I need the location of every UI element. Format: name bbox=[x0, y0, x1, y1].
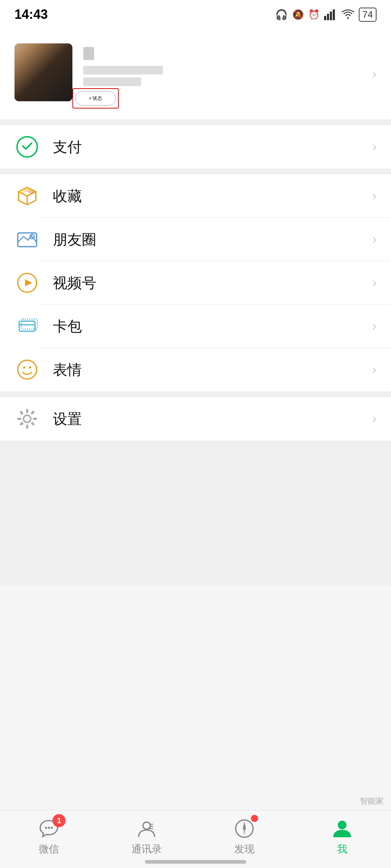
menu-section-group: 收藏 › 朋友圈 › 视频号 › bbox=[0, 174, 391, 391]
menu-section-main: 支付 › bbox=[0, 125, 391, 169]
settings-icon bbox=[14, 406, 40, 431]
profile-info bbox=[83, 43, 377, 86]
status-bar: 14:43 🎧 🔕 ⏰ 74 bbox=[0, 0, 391, 29]
emotions-icon bbox=[14, 357, 40, 382]
nav-item-discover[interactable]: 发现 bbox=[196, 818, 293, 856]
svg-rect-2 bbox=[330, 12, 332, 20]
moments-icon bbox=[14, 227, 40, 252]
menu-item-payment[interactable]: 支付 › bbox=[0, 125, 391, 169]
cards-icon bbox=[14, 314, 40, 339]
menu-label-payment: 支付 bbox=[53, 137, 372, 157]
nav-item-me[interactable]: 我 bbox=[293, 818, 391, 856]
profile-id-bar bbox=[83, 66, 163, 75]
menu-item-channels[interactable]: 视频号 › bbox=[0, 261, 391, 305]
svg-point-34 bbox=[143, 822, 150, 829]
svg-point-32 bbox=[48, 827, 50, 829]
svg-rect-25 bbox=[17, 418, 21, 420]
menu-item-emotions[interactable]: 表情 › bbox=[0, 348, 391, 391]
svg-rect-30 bbox=[31, 422, 35, 426]
svg-rect-0 bbox=[324, 16, 326, 20]
svg-point-31 bbox=[45, 827, 47, 829]
discover-nav-icon bbox=[234, 818, 255, 839]
svg-marker-13 bbox=[25, 279, 32, 286]
me-nav-icon bbox=[331, 818, 353, 839]
menu-item-moments[interactable]: 朋友圈 › bbox=[0, 218, 391, 261]
status-time: 14:43 bbox=[14, 7, 48, 22]
divider-before-settings bbox=[0, 391, 391, 397]
profile-chevron-icon: › bbox=[372, 67, 377, 82]
payment-icon bbox=[14, 134, 40, 159]
svg-rect-27 bbox=[20, 410, 24, 414]
moments-chevron-icon: › bbox=[372, 232, 377, 247]
discover-dot bbox=[251, 815, 258, 822]
cards-chevron-icon: › bbox=[372, 319, 377, 334]
svg-rect-29 bbox=[20, 422, 24, 426]
svg-point-42 bbox=[338, 821, 346, 829]
wechat-badge: 1 bbox=[52, 814, 66, 827]
channels-icon bbox=[14, 270, 40, 295]
svg-marker-40 bbox=[243, 821, 246, 828]
nav-item-contacts[interactable]: 通讯录 bbox=[98, 818, 196, 856]
profile-phone-bar bbox=[83, 77, 141, 86]
avatar bbox=[14, 43, 72, 101]
nav-label-me: 我 bbox=[337, 842, 347, 856]
menu-item-settings[interactable]: 设置 › bbox=[0, 397, 391, 441]
status-icons: 🎧 🔕 ⏰ 74 bbox=[275, 8, 377, 22]
wifi-icon bbox=[341, 9, 354, 20]
channels-chevron-icon: › bbox=[372, 275, 377, 290]
wechat-nav-icon: 1 bbox=[38, 818, 60, 839]
svg-rect-26 bbox=[33, 418, 37, 420]
status-button-highlight: + 状态 bbox=[72, 88, 119, 109]
signal-icon bbox=[324, 9, 337, 20]
svg-rect-3 bbox=[333, 9, 335, 20]
nav-label-discover: 发现 bbox=[234, 842, 255, 856]
mute-icon: 🔕 bbox=[292, 9, 304, 20]
settings-section: 设置 › bbox=[0, 397, 391, 441]
svg-point-19 bbox=[29, 366, 31, 369]
payment-chevron-icon: › bbox=[372, 139, 377, 154]
divider-after-profile bbox=[0, 119, 391, 125]
profile-section[interactable]: › + 状态 bbox=[0, 29, 391, 119]
gray-area bbox=[0, 441, 391, 585]
menu-label-emotions: 表情 bbox=[53, 360, 372, 380]
profile-wechat-id bbox=[83, 66, 377, 75]
nav-item-wechat[interactable]: 1 微信 bbox=[0, 818, 98, 856]
emotions-chevron-icon: › bbox=[372, 362, 377, 377]
settings-chevron-icon: › bbox=[372, 411, 377, 426]
menu-label-settings: 设置 bbox=[53, 409, 372, 429]
svg-marker-41 bbox=[243, 829, 246, 836]
headphone-icon: 🎧 bbox=[275, 9, 288, 21]
svg-rect-23 bbox=[26, 409, 28, 413]
nav-label-wechat: 微信 bbox=[39, 842, 59, 856]
menu-label-channels: 视频号 bbox=[53, 273, 372, 293]
svg-rect-1 bbox=[327, 14, 329, 20]
svg-point-33 bbox=[51, 827, 53, 829]
home-indicator bbox=[145, 860, 246, 864]
status-button-text: + 状态 bbox=[89, 95, 102, 102]
alarm-icon: ⏰ bbox=[308, 9, 320, 20]
bottom-nav: 1 微信 通讯录 bbox=[0, 810, 391, 868]
favorites-chevron-icon: › bbox=[372, 188, 377, 204]
profile-name-placeholder bbox=[83, 47, 94, 60]
divider-after-payment bbox=[0, 169, 391, 174]
contacts-nav-icon bbox=[136, 818, 157, 839]
menu-item-favorites[interactable]: 收藏 › bbox=[0, 174, 391, 218]
menu-label-cards: 卡包 bbox=[53, 316, 372, 336]
menu-item-cards[interactable]: 卡包 › bbox=[0, 305, 391, 348]
menu-label-moments: 朋友圈 bbox=[53, 230, 372, 250]
svg-point-17 bbox=[18, 360, 37, 379]
svg-rect-24 bbox=[26, 425, 28, 429]
favorites-icon bbox=[14, 183, 40, 209]
svg-point-22 bbox=[24, 415, 31, 422]
status-button[interactable]: + 状态 bbox=[75, 91, 116, 106]
svg-point-18 bbox=[23, 366, 25, 369]
menu-label-favorites: 收藏 bbox=[53, 186, 372, 206]
watermark: 智能家 bbox=[360, 796, 384, 807]
battery-indicator: 74 bbox=[359, 8, 377, 22]
nav-label-contacts: 通讯录 bbox=[131, 842, 162, 856]
